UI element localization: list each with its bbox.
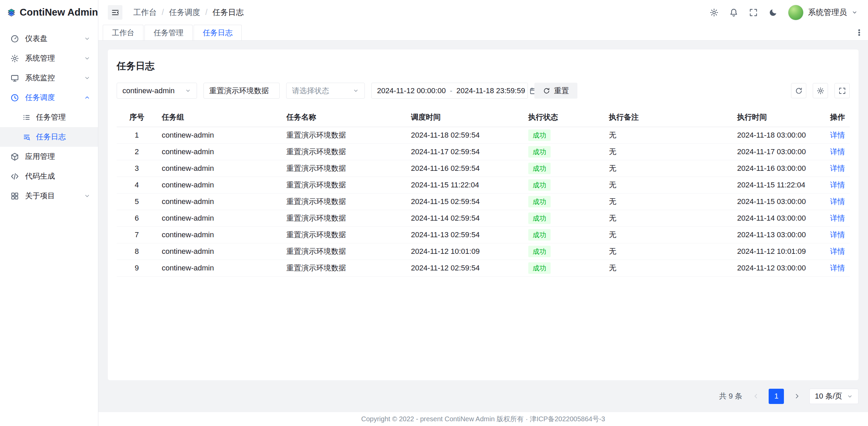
detail-link[interactable]: 详情 xyxy=(830,181,845,189)
pagination-total: 共 9 条 xyxy=(719,391,742,401)
cell-index: 9 xyxy=(117,260,157,276)
date-range-picker[interactable]: 2024-11-12 00:00:00 - 2024-11-18 23:59:5… xyxy=(371,83,528,99)
more-vertical-icon[interactable] xyxy=(850,25,868,40)
breadcrumb: 工作台 / 任务调度 / 任务日志 xyxy=(133,7,244,18)
cell-remark: 无 xyxy=(604,177,732,193)
table-refresh-button[interactable] xyxy=(791,83,806,98)
table-row: 6 continew-admin 重置演示环境数据 2024-11-14 02:… xyxy=(117,210,850,226)
cell-group: continew-admin xyxy=(157,226,282,243)
cell-schedule-time: 2024-11-12 02:59:54 xyxy=(406,260,524,276)
pagination-page-1[interactable]: 1 xyxy=(769,389,784,404)
task-log-card: 任务日志 continew-admin 请选择状态 2024-11-12 00:… xyxy=(108,49,859,380)
logo[interactable]: ContiNew Admin xyxy=(0,0,98,25)
logo-icon xyxy=(7,6,15,19)
pagination-prev-button[interactable] xyxy=(748,389,764,404)
sidebar-item-dashboard[interactable]: 仪表盘 xyxy=(0,29,98,48)
cell-index: 8 xyxy=(117,243,157,260)
cell-exec-time: 2024-11-17 03:00:00 xyxy=(732,143,820,160)
detail-link[interactable]: 详情 xyxy=(830,147,845,156)
cell-remark: 无 xyxy=(604,160,732,177)
cell-action: 详情 xyxy=(820,160,850,177)
sidebar-item-system-monitor[interactable]: 系统监控 xyxy=(0,68,98,88)
sidebar-item-task-scheduler[interactable]: 任务调度 xyxy=(0,88,98,107)
cell-index: 3 xyxy=(117,160,157,177)
status-select[interactable]: 请选择状态 xyxy=(286,83,365,99)
page-size-value: 10 条/页 xyxy=(815,391,842,401)
date-start: 2024-11-12 00:00:00 xyxy=(377,86,446,95)
detail-link[interactable]: 详情 xyxy=(830,214,845,222)
sidebar-item-about-project[interactable]: 关于项目 xyxy=(0,186,98,206)
cell-status: 成功 xyxy=(524,226,604,243)
breadcrumb-item[interactable]: 任务调度 xyxy=(169,7,200,18)
user-menu[interactable]: 系统管理员 xyxy=(788,5,858,20)
fullscreen-icon[interactable] xyxy=(749,8,758,17)
filter-bar: continew-admin 请选择状态 2024-11-12 00:00:00… xyxy=(117,83,850,99)
cell-action: 详情 xyxy=(820,193,850,210)
page-size-select[interactable]: 10 条/页 xyxy=(809,389,859,404)
status-badge: 成功 xyxy=(528,179,551,191)
tab-workbench[interactable]: 工作台 xyxy=(103,25,143,40)
chevron-down-icon xyxy=(847,393,853,400)
detail-link[interactable]: 详情 xyxy=(830,247,845,256)
sidebar-item-task-management[interactable]: 任务管理 xyxy=(0,107,98,127)
detail-link[interactable]: 详情 xyxy=(830,131,845,139)
monitor-icon xyxy=(10,74,19,83)
cell-group: continew-admin xyxy=(157,260,282,276)
sidebar-item-system-management[interactable]: 系统管理 xyxy=(0,48,98,68)
breadcrumb-item[interactable]: 工作台 xyxy=(133,7,157,18)
menu-fold-icon xyxy=(111,8,120,17)
detail-link[interactable]: 详情 xyxy=(830,164,845,173)
cell-remark: 无 xyxy=(604,127,732,143)
cell-exec-time: 2024-11-18 03:00:00 xyxy=(732,127,820,143)
tab-task-log[interactable]: 任务日志 xyxy=(194,25,242,40)
cell-status: 成功 xyxy=(524,160,604,177)
task-group-select[interactable]: continew-admin xyxy=(117,83,197,99)
settings-icon[interactable] xyxy=(709,8,719,17)
cell-action: 详情 xyxy=(820,226,850,243)
cell-name: 重置演示环境数据 xyxy=(281,210,406,226)
bell-icon[interactable] xyxy=(729,8,738,17)
moon-icon[interactable] xyxy=(768,8,778,17)
gear-icon xyxy=(816,87,825,95)
sidebar-item-code-generation[interactable]: 代码生成 xyxy=(0,166,98,186)
detail-link[interactable]: 详情 xyxy=(830,197,845,206)
cell-schedule-time: 2024-11-15 02:59:54 xyxy=(406,193,524,210)
menu-fold-button[interactable] xyxy=(108,5,122,20)
menu-label: 关于项目 xyxy=(25,191,84,201)
tab-task-management[interactable]: 任务管理 xyxy=(144,25,193,40)
chevron-down-icon xyxy=(84,75,91,81)
detail-link[interactable]: 详情 xyxy=(830,264,845,272)
pagination-next-button[interactable] xyxy=(789,389,804,404)
chevron-up-icon xyxy=(84,94,91,101)
cell-name: 重置演示环境数据 xyxy=(281,226,406,243)
table-row: 9 continew-admin 重置演示环境数据 2024-11-12 02:… xyxy=(117,260,850,276)
task-log-table: 序号 任务组 任务名称 调度时间 执行状态 执行备注 执行时间 操作 xyxy=(117,108,850,277)
app-root: ContiNew Admin 仪表盘 系统管理 xyxy=(0,0,868,426)
table-row: 7 continew-admin 重置演示环境数据 2024-11-13 02:… xyxy=(117,226,850,243)
select-placeholder: 请选择状态 xyxy=(292,86,329,96)
chevron-down-icon xyxy=(84,192,91,199)
page-content: 任务日志 continew-admin 请选择状态 2024-11-12 00:… xyxy=(98,41,868,412)
status-badge: 成功 xyxy=(528,262,551,274)
cell-exec-time: 2024-11-16 03:00:00 xyxy=(732,160,820,177)
column-header: 任务组 xyxy=(157,108,282,127)
log-search-icon xyxy=(22,133,31,141)
cell-status: 成功 xyxy=(524,143,604,160)
chevron-right-icon xyxy=(793,392,801,400)
cell-action: 详情 xyxy=(820,260,850,276)
table-settings-button[interactable] xyxy=(813,83,828,98)
breadcrumb-item-current: 任务日志 xyxy=(213,7,244,18)
sidebar-item-app-management[interactable]: 应用管理 xyxy=(0,147,98,166)
detail-link[interactable]: 详情 xyxy=(830,230,845,239)
table-fullscreen-button[interactable] xyxy=(834,83,850,98)
cube-icon xyxy=(10,152,19,161)
chevron-left-icon xyxy=(752,392,760,400)
reset-button[interactable]: 重置 xyxy=(534,83,577,99)
clock-icon xyxy=(10,93,19,102)
task-name-input[interactable] xyxy=(203,83,280,99)
chevron-down-icon xyxy=(851,9,858,16)
column-header: 任务名称 xyxy=(281,108,406,127)
tab-bar: 工作台 任务管理 任务日志 xyxy=(98,25,868,41)
cell-index: 5 xyxy=(117,193,157,210)
sidebar-item-task-log[interactable]: 任务日志 xyxy=(0,127,98,147)
